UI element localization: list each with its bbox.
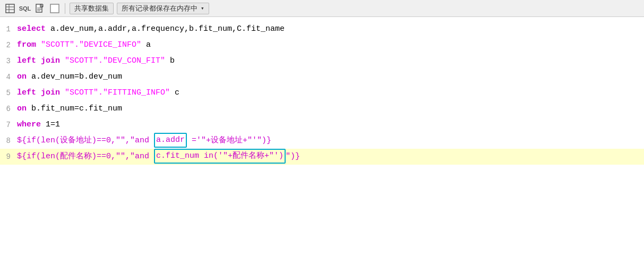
code-line-9: 9 ${if(len(配件名称)==0,"","and c.fit_num in… [0, 149, 644, 165]
line-content-8: ${if(len(设备地址)==0,"","and a.addr ='"+设备地… [15, 133, 644, 149]
toolbar: SQL 共享数据集 所有记录都保存在内存中 ▾ [0, 0, 644, 17]
code-line-4: 4 on a.dev_num=b.dev_num [0, 69, 644, 85]
highlight-addr: a.addr [154, 133, 187, 148]
code-line-2: 2 from "SCOTT"."DEVICE_INFO" a [0, 37, 644, 53]
line-content-4: on a.dev_num=b.dev_num [15, 69, 644, 85]
code-line-7: 7 where 1=1 [0, 117, 644, 133]
code-line-5: 5 left join "SCOTT"."FITTING_INFO" c [0, 85, 644, 101]
svg-rect-0 [6, 4, 14, 13]
svg-rect-9 [50, 4, 59, 13]
line-number-9: 9 [0, 152, 15, 161]
dropdown-arrow-icon: ▾ [201, 5, 204, 12]
line-number-2: 2 [0, 41, 15, 49]
line-content-5: left join "SCOTT"."FITTING_INFO" c [15, 85, 644, 101]
sql-icon[interactable]: SQL [19, 3, 31, 14]
line-content-1: select a.dev_num,a.addr,a.frequency,b.fi… [15, 21, 644, 37]
table-icon[interactable] [4, 3, 16, 14]
code-editor: 1 select a.dev_num,a.addr,a.frequency,b.… [0, 17, 644, 272]
line-number-3: 3 [0, 57, 15, 65]
line-number-4: 4 [0, 73, 15, 81]
line-number-7: 7 [0, 121, 15, 129]
line-number-6: 6 [0, 105, 15, 113]
line-content-2: from "SCOTT"."DEVICE_INFO" a [15, 37, 644, 53]
highlight-fit-num: c.fit_num in('"+配件名称+"') [154, 149, 286, 164]
shared-dataset-label: 共享数据集 [74, 4, 109, 13]
status-dropdown[interactable]: 所有记录都保存在内存中 ▾ [117, 3, 209, 14]
line-content-9: ${if(len(配件名称)==0,"","and c.fit_num in('… [15, 149, 644, 165]
separator-1 [65, 3, 65, 14]
blank-icon[interactable] [49, 3, 61, 14]
line-number-8: 8 [0, 137, 15, 145]
status-label: 所有记录都保存在内存中 [122, 4, 198, 13]
line-number-1: 1 [0, 25, 15, 33]
line-number-5: 5 [0, 89, 15, 97]
code-line-1: 1 select a.dev_num,a.addr,a.frequency,b.… [0, 21, 644, 37]
shared-dataset-button[interactable]: 共享数据集 [70, 3, 114, 14]
code-line-3: 3 left join "SCOTT"."DEV_CON_FIT" b [0, 53, 644, 69]
code-line-8: 8 ${if(len(设备地址)==0,"","and a.addr ='"+设… [0, 133, 644, 149]
code-line-6: 6 on b.fit_num=c.fit_num [0, 101, 644, 117]
document-icon[interactable] [34, 3, 46, 14]
line-content-7: where 1=1 [15, 117, 644, 133]
line-content-6: on b.fit_num=c.fit_num [15, 101, 644, 117]
line-content-3: left join "SCOTT"."DEV_CON_FIT" b [15, 53, 644, 69]
